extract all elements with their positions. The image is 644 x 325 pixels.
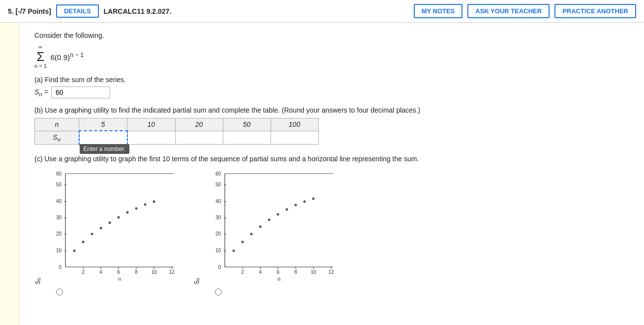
sn-10-input[interactable] [132, 134, 171, 142]
svg-text:50: 50 [56, 182, 62, 187]
svg-text:30: 30 [56, 215, 62, 220]
col-header-50: 50 [223, 118, 271, 131]
svg-text:10: 10 [215, 248, 221, 253]
points-label: 5. [-/7 Points] [8, 7, 51, 15]
svg-point-69 [259, 225, 261, 228]
sn-50-cell [223, 131, 271, 145]
header-left: 5. [-/7 Points] DETAILS LARCALC11 9.2.02… [8, 4, 408, 18]
svg-text:10: 10 [310, 269, 316, 275]
col-header-n: n [35, 118, 79, 131]
svg-point-31 [100, 227, 102, 229]
svg-point-35 [135, 207, 138, 209]
svg-text:20: 20 [215, 231, 221, 236]
svg-text:8: 8 [135, 269, 138, 275]
my-notes-button[interactable]: MY NOTES [414, 4, 463, 18]
svg-text:50: 50 [215, 182, 221, 187]
svg-text:2: 2 [241, 269, 244, 275]
svg-text:6: 6 [118, 269, 121, 275]
col-header-10: 10 [127, 118, 176, 131]
content-area: Consider the following. ∞ Σ n = 1 6(0.9)… [20, 23, 644, 325]
svg-point-29 [82, 240, 85, 243]
sigma-block: ∞ Σ n = 1 [34, 44, 47, 69]
problem-intro: Consider the following. [34, 31, 629, 39]
svg-text:10: 10 [152, 269, 157, 275]
svg-point-66 [232, 249, 235, 252]
svg-point-72 [285, 208, 288, 210]
graph-left-y-label: Sn [34, 278, 42, 285]
svg-text:60: 60 [56, 171, 62, 177]
header-right: MY NOTES ASK YOUR TEACHER PRACTICE ANOTH… [414, 4, 636, 18]
part-a-label: (a) Find the sum of the series. [34, 76, 629, 84]
sn-5-input[interactable] [84, 134, 123, 142]
course-label: LARCALC11 9.2.027. [104, 7, 172, 15]
sn-50-input[interactable] [227, 134, 267, 142]
sn-label: Sn = [34, 88, 48, 97]
side-panel [0, 23, 20, 325]
main-content: Consider the following. ∞ Σ n = 1 6(0.9)… [0, 23, 644, 325]
svg-text:10: 10 [56, 248, 62, 253]
part-c-label: (c) Use a graphing utility to graph the … [34, 155, 629, 163]
svg-point-30 [91, 233, 93, 235]
svg-text:4: 4 [100, 269, 103, 275]
details-button[interactable]: DETAILS [56, 4, 99, 18]
graph-left-with-radio: Sn 0 [34, 169, 179, 287]
graph-right-radio[interactable] [215, 289, 222, 295]
svg-text:8: 8 [294, 269, 297, 275]
svg-text:40: 40 [56, 199, 62, 204]
partial-sum-table: n 5 10 20 50 100 Sn Enter a number. [34, 118, 319, 145]
sn-100-input[interactable] [275, 134, 314, 142]
svg-point-33 [118, 216, 120, 218]
tooltip: Enter a number. [80, 144, 129, 154]
svg-point-75 [312, 197, 314, 200]
svg-point-37 [153, 200, 155, 203]
row-label-sn: Sn [35, 131, 79, 145]
sn-20-input[interactable] [180, 134, 219, 142]
graph-right-container: Sn 0 10 [193, 169, 337, 298]
svg-point-74 [303, 200, 306, 203]
sn-20-cell [175, 131, 223, 145]
svg-text:12: 12 [328, 269, 334, 275]
sn-input[interactable] [51, 87, 110, 98]
graph-left-container: Sn 0 [34, 169, 179, 298]
table-section: (b) Use a graphing utility to find the i… [34, 106, 629, 145]
svg-text:40: 40 [215, 199, 221, 204]
svg-text:n: n [277, 276, 280, 282]
svg-text:2: 2 [82, 269, 85, 275]
col-header-20: 20 [175, 118, 223, 131]
sn-100-cell [271, 131, 318, 145]
col-header-100: 100 [271, 118, 318, 131]
table-row: Sn Enter a number. [35, 131, 319, 145]
svg-text:n: n [118, 276, 121, 282]
header: 5. [-/7 Points] DETAILS LARCALC11 9.2.02… [0, 0, 644, 23]
svg-text:0: 0 [218, 265, 221, 270]
series-display: ∞ Σ n = 1 6(0.9)n − 1 [34, 44, 629, 69]
svg-text:60: 60 [215, 171, 221, 177]
svg-point-67 [241, 240, 244, 243]
svg-point-36 [144, 203, 147, 206]
graph-left-radio[interactable] [56, 289, 63, 295]
part-b-label: (b) Use a graphing utility to find the i… [34, 106, 629, 114]
graph-section: (c) Use a graphing utility to graph the … [34, 155, 629, 298]
svg-point-34 [126, 211, 129, 213]
series-bottom: n = 1 [34, 63, 47, 69]
svg-point-32 [109, 221, 111, 224]
svg-text:30: 30 [215, 215, 221, 220]
svg-point-28 [73, 249, 76, 252]
answer-row-a: Sn = [34, 87, 629, 98]
sn-5-cell: Enter a number. [79, 131, 127, 145]
svg-point-71 [276, 213, 279, 215]
graph-right-y-label: Sn [193, 278, 201, 285]
svg-text:6: 6 [276, 269, 279, 275]
svg-point-70 [268, 218, 270, 221]
ask-teacher-button[interactable]: ASK YOUR TEACHER [467, 4, 550, 18]
svg-text:4: 4 [259, 269, 262, 275]
series-formula: 6(0.9)n − 1 [51, 52, 84, 61]
sigma-symbol: Σ [36, 50, 44, 63]
svg-text:12: 12 [169, 269, 175, 275]
svg-point-73 [294, 204, 297, 206]
svg-text:20: 20 [56, 231, 62, 236]
graphs-row: Sn 0 [34, 169, 629, 298]
sn-10-cell [127, 131, 176, 145]
col-header-5: 5 [79, 118, 127, 131]
practice-another-button[interactable]: PRACTICE ANOTHER [554, 4, 636, 18]
